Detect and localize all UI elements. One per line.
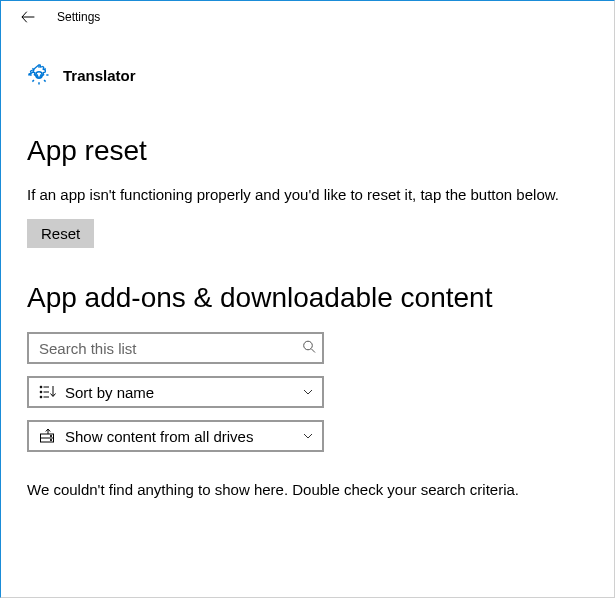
sort-icon xyxy=(37,384,59,400)
app-reset-heading: App reset xyxy=(27,135,588,167)
app-header: Translator xyxy=(27,63,588,87)
drive-icon xyxy=(37,428,59,444)
back-button[interactable] xyxy=(9,1,47,33)
svg-point-5 xyxy=(40,391,42,393)
filter-label: Show content from all drives xyxy=(65,428,302,445)
app-reset-description: If an app isn't functioning properly and… xyxy=(27,185,567,205)
filter-dropdown[interactable]: Show content from all drives xyxy=(27,420,324,452)
chevron-down-icon xyxy=(302,384,314,401)
sort-dropdown[interactable]: Sort by name xyxy=(27,376,324,408)
window-title: Settings xyxy=(47,1,100,33)
addons-heading: App add-ons & downloadable content xyxy=(27,282,588,314)
chevron-down-icon xyxy=(302,428,314,445)
arrow-left-icon xyxy=(20,9,36,25)
reset-button[interactable]: Reset xyxy=(27,219,94,248)
svg-point-12 xyxy=(50,436,51,437)
svg-point-13 xyxy=(50,440,51,441)
gear-icon xyxy=(27,63,51,87)
search-box xyxy=(27,332,324,364)
svg-point-7 xyxy=(40,396,42,398)
app-name: Translator xyxy=(63,67,136,84)
svg-point-3 xyxy=(40,386,42,388)
titlebar: Settings xyxy=(1,1,614,33)
sort-label: Sort by name xyxy=(65,384,302,401)
search-input[interactable] xyxy=(27,332,324,364)
content: Translator App reset If an app isn't fun… xyxy=(1,33,614,501)
empty-message: We couldn't find anything to show here. … xyxy=(27,480,567,500)
